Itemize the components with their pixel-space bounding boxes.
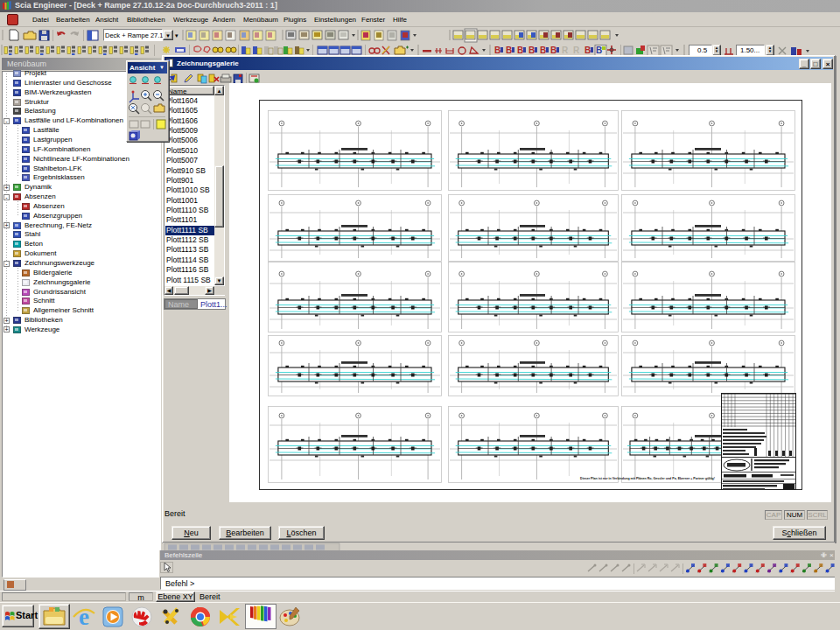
svg-text:B: B <box>506 46 512 55</box>
svg-text:B: B <box>540 46 546 55</box>
svg-text:R: R <box>562 46 569 55</box>
svg-text:B: B <box>584 46 591 55</box>
svg-text:B: B <box>596 46 602 55</box>
svg-text:B: B <box>528 46 535 55</box>
svg-text:B: B <box>517 46 523 55</box>
svg-text:B: B <box>494 46 500 55</box>
svg-text:Dieser Plan ist nur in Verbind: Dieser Plan ist nur in Verbindung mit Pl… <box>580 477 715 480</box>
svg-text:B: B <box>550 46 556 55</box>
svg-text:R: R <box>573 46 580 55</box>
